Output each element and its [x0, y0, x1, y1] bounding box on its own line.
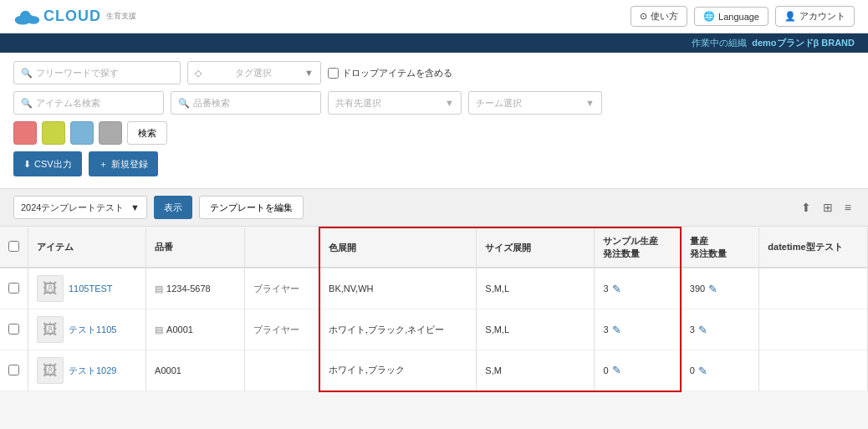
table-body: 🖼 1105TEST ▤1234-5678 ブライヤー BK,NV,WH S,M…: [0, 268, 868, 391]
account-button[interactable]: 👤 アカウント: [775, 6, 855, 27]
help-button[interactable]: ⊙ 使い方: [631, 6, 687, 27]
template-bar-right: ⬆ ⊞ ≡: [798, 199, 855, 216]
row-checkbox[interactable]: [8, 365, 19, 375]
logo: CLOUD 生育支援: [13, 8, 136, 26]
org-prefix: 作業中の組織: [692, 38, 747, 48]
td-color-range: ホワイト,ブラック,ネイビー: [319, 309, 477, 350]
csv-label: CSV出力: [34, 158, 72, 171]
product-search-icon: 🔍: [178, 98, 190, 109]
color-yellow[interactable]: [42, 121, 65, 145]
logo-sub: 生育支援: [106, 11, 136, 22]
language-icon: 🌐: [703, 11, 715, 22]
table-row: 🖼 テスト1105 ▤A0001 ブライヤー ホワイト,ブラック,ネイビー S,…: [0, 309, 868, 350]
sample-edit-icon[interactable]: ✎: [612, 364, 621, 376]
drop-items-checkbox-label[interactable]: ドロップアイテムを含める: [328, 67, 452, 79]
sample-edit-icon[interactable]: ✎: [612, 324, 621, 336]
flag-icon: ▤: [155, 324, 163, 335]
csv-icon: ⬇: [23, 159, 31, 170]
logo-area: CLOUD 生育支援: [13, 8, 136, 26]
item-link[interactable]: 1105TEST: [69, 283, 113, 294]
item-link[interactable]: テスト1029: [69, 365, 116, 377]
mass-qty-value: 390: [690, 283, 705, 294]
plus-icon: ＋: [99, 158, 108, 171]
org-banner: 作業中の組織 demoブランドβ BRAND: [0, 33, 868, 53]
th-mass-qty: 量産発注数量: [681, 227, 759, 268]
th-product-number: 品番: [146, 227, 245, 268]
sample-qty-value: 3: [603, 283, 608, 294]
filter-area: 🔍 フリーワードで探す ◇ タグ選択 ▼ ドロップアイテムを含める 🔍 アイテム…: [0, 53, 868, 189]
td-item: 🖼 テスト1105: [28, 309, 146, 350]
color-pink[interactable]: [13, 121, 37, 145]
th-type: [244, 227, 319, 268]
item-search-icon: 🔍: [21, 98, 33, 109]
mass-qty-value: 3: [690, 324, 695, 335]
row-checkbox[interactable]: [8, 283, 19, 294]
tag-chevron-icon: ▼: [304, 68, 314, 78]
drop-items-checkbox[interactable]: [328, 68, 339, 79]
edit-template-button[interactable]: テンプレートを編集: [199, 196, 304, 219]
td-sample-qty: 3 ✎: [595, 268, 681, 309]
mass-edit-icon[interactable]: ✎: [698, 324, 707, 336]
new-label: 新規登録: [111, 158, 148, 171]
mass-qty-value: 0: [690, 365, 695, 375]
search-button[interactable]: 検索: [127, 121, 167, 145]
csv-export-button[interactable]: ⬇ CSV出力: [13, 151, 82, 176]
td-datetime: [759, 350, 868, 391]
td-check: [0, 268, 28, 309]
td-product-number: ▤A0001: [146, 309, 245, 350]
language-label: Language: [718, 12, 759, 22]
template-select[interactable]: 2024テンプレートテスト ▼: [13, 196, 147, 219]
account-label: アカウント: [799, 10, 845, 23]
language-button[interactable]: 🌐 Language: [694, 7, 768, 26]
item-link[interactable]: テスト1105: [69, 324, 116, 336]
flag-icon: ▤: [155, 283, 163, 294]
new-register-button[interactable]: ＋ 新規登録: [89, 151, 158, 176]
sample-edit-icon[interactable]: ✎: [612, 283, 621, 295]
action-row: ⬇ CSV出力 ＋ 新規登録: [13, 151, 855, 176]
template-chevron-icon: ▼: [130, 202, 140, 212]
td-item: 🖼 1105TEST: [28, 268, 146, 309]
logo-text: CLOUD: [43, 8, 101, 25]
th-datetime: datetime型テスト: [759, 227, 868, 268]
td-mass-qty: 3 ✎: [681, 309, 759, 350]
table-row: 🖼 テスト1029 A0001 ホワイト,ブラック S,M 0 ✎ 0 ✎: [0, 350, 868, 391]
td-size-range: S,M: [477, 350, 595, 391]
search-icon: 🔍: [21, 68, 33, 79]
td-type: ブライヤー: [244, 309, 319, 350]
share-select[interactable]: 共有先選択 ▼: [328, 91, 462, 115]
cloud-icon: [13, 8, 40, 26]
team-select[interactable]: チーム選択 ▼: [468, 91, 602, 115]
help-icon: ⊙: [640, 11, 647, 22]
table-header-row: アイテム 品番 色展開 サイズ展開 サンプル生産発注数量 量産発注数量: [0, 227, 868, 268]
tag-select[interactable]: ◇ タグ選択 ▼: [187, 61, 321, 84]
td-mass-qty: 390 ✎: [681, 268, 759, 309]
search-button-label: 検索: [138, 128, 156, 138]
color-gray[interactable]: [99, 121, 122, 145]
th-check: [0, 227, 28, 268]
item-name-input[interactable]: 🔍 アイテム名検索: [13, 91, 164, 115]
mass-edit-icon[interactable]: ✎: [698, 365, 707, 377]
item-name-placeholder: アイテム名検索: [36, 97, 100, 110]
header: CLOUD 生育支援 ⊙ 使い方 🌐 Language 👤 アカウント: [0, 0, 868, 33]
product-number-input[interactable]: 🔍 品番検索: [171, 91, 321, 115]
row-checkbox[interactable]: [8, 324, 19, 335]
td-color-range: ホワイト,ブラック: [319, 350, 477, 391]
select-all-checkbox[interactable]: [8, 241, 19, 252]
td-check: [0, 350, 28, 391]
freeword-input[interactable]: 🔍 フリーワードで探す: [13, 61, 181, 84]
filter-icon-button[interactable]: ≡: [841, 199, 855, 216]
main-table: アイテム 品番 色展開 サイズ展開 サンプル生産発注数量 量産発注数量: [0, 227, 868, 392]
item-thumbnail: 🖼: [37, 316, 64, 343]
th-sample-qty: サンプル生産発注数量: [595, 227, 681, 268]
grid-icon-button[interactable]: ⊞: [819, 199, 836, 216]
filter-row-2: 🔍 アイテム名検索 🔍 品番検索 共有先選択 ▼ チーム選択 ▼: [13, 91, 855, 115]
table-row: 🖼 1105TEST ▤1234-5678 ブライヤー BK,NV,WH S,M…: [0, 268, 868, 309]
item-thumbnail: 🖼: [37, 357, 64, 384]
td-datetime: [759, 268, 868, 309]
upload-icon-button[interactable]: ⬆: [798, 199, 814, 216]
color-blue[interactable]: [70, 121, 94, 145]
td-color-range: BK,NV,WH: [319, 268, 477, 309]
td-type: [244, 350, 319, 391]
display-button[interactable]: 表示: [154, 196, 192, 219]
mass-edit-icon[interactable]: ✎: [708, 283, 717, 295]
